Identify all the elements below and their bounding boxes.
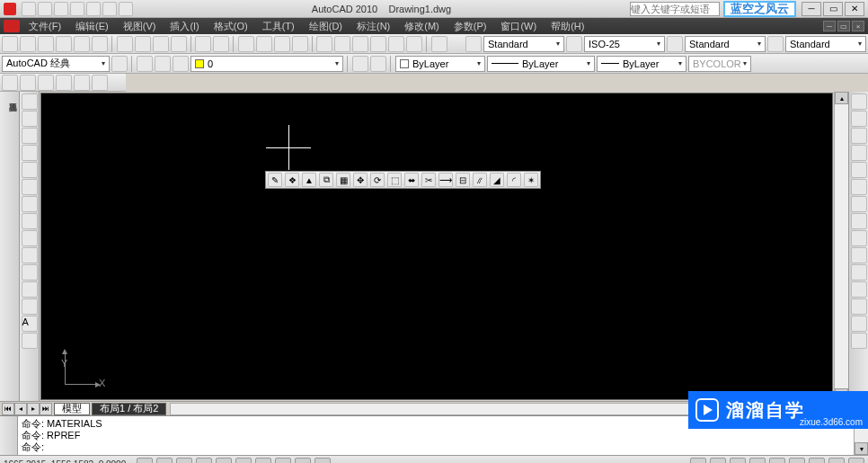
line-icon[interactable] xyxy=(22,93,38,110)
drawing-canvas[interactable]: ✎ ❖ ▲ ⧉ ▦ ✥ ⟳ ⬚ ⬌ ✂ ⟶ ⊟ ⫽ ◢ ◜ ✶ Y X xyxy=(40,93,833,400)
modify-floating-toolbar[interactable]: ✎ ❖ ▲ ⧉ ▦ ✥ ⟳ ⬚ ⬌ ✂ ⟶ ⊟ ⫽ ◢ ◜ ✶ xyxy=(265,171,541,189)
menu-insert[interactable]: 插入(I) xyxy=(164,20,204,33)
stretch-icon[interactable]: ⬌ xyxy=(404,173,419,187)
qat-open-icon[interactable] xyxy=(38,2,52,16)
rectangle-icon[interactable] xyxy=(22,162,38,178)
tab-prev-icon[interactable]: ◂ xyxy=(14,403,27,415)
menu-tools[interactable]: 工具(T) xyxy=(257,20,300,33)
r-copy-icon[interactable] xyxy=(851,111,867,127)
pan-icon[interactable] xyxy=(238,36,254,52)
tab-last-icon[interactable]: ⏭ xyxy=(40,403,52,415)
qat-redo-icon[interactable] xyxy=(86,2,101,16)
table-icon[interactable] xyxy=(22,264,38,280)
copy-obj-icon[interactable]: ❖ xyxy=(285,173,299,187)
move-icon[interactable]: ✥ xyxy=(353,173,368,187)
qat-print-icon[interactable] xyxy=(102,2,117,16)
zoom-icon[interactable] xyxy=(256,36,272,52)
r-offset-icon[interactable] xyxy=(851,145,867,161)
lock-ui-icon[interactable] xyxy=(789,458,805,464)
scale-icon[interactable]: ⬚ xyxy=(387,173,402,187)
menu-modify[interactable]: 修改(M) xyxy=(399,20,445,33)
app-icon[interactable] xyxy=(4,3,16,15)
sheet-set-icon[interactable] xyxy=(370,36,386,52)
r-explode-icon[interactable] xyxy=(851,333,867,349)
circle-icon[interactable] xyxy=(22,128,38,144)
dyn-toggle[interactable] xyxy=(275,458,291,464)
scroll-up-icon[interactable]: ▴ xyxy=(835,92,848,104)
ellipse-icon[interactable] xyxy=(22,196,38,212)
save-icon[interactable] xyxy=(38,36,54,52)
layer-prop-icon[interactable] xyxy=(137,56,153,72)
tool-palettes-icon[interactable] xyxy=(352,36,368,52)
menu-file[interactable]: 文件(F) xyxy=(23,20,66,33)
layer-freeze-icon[interactable] xyxy=(173,56,189,72)
match-icon[interactable] xyxy=(171,36,187,52)
command-prompt[interactable]: 命令: xyxy=(22,441,850,453)
block-icon[interactable] xyxy=(22,298,38,315)
mirror-icon[interactable]: ▲ xyxy=(302,173,316,187)
zoom-prev-icon[interactable] xyxy=(292,36,308,52)
r-break-icon[interactable] xyxy=(851,281,867,298)
ducs-toggle[interactable] xyxy=(255,458,271,464)
polygon-icon[interactable] xyxy=(22,179,38,195)
undo-icon[interactable] xyxy=(195,36,211,52)
extend-icon[interactable]: ⟶ xyxy=(438,173,453,187)
lwt-toggle[interactable] xyxy=(295,458,311,464)
tab-next-icon[interactable]: ▸ xyxy=(27,403,40,415)
qat-save-icon[interactable] xyxy=(54,2,68,16)
dimstyle-combo[interactable]: ISO-25▾ xyxy=(584,36,665,52)
vp-single-icon[interactable] xyxy=(2,75,18,91)
textstyle-combo[interactable]: Standard▾ xyxy=(483,36,564,52)
point-icon[interactable] xyxy=(22,281,38,298)
help-search-input[interactable] xyxy=(630,2,720,16)
model-paper-toggle[interactable] xyxy=(690,458,706,464)
r-trim-icon[interactable] xyxy=(851,247,867,263)
mtext-icon[interactable]: A xyxy=(22,316,38,332)
hardware-accel-icon[interactable] xyxy=(809,458,825,464)
r-extend-icon[interactable] xyxy=(851,264,867,280)
qat-undo-icon[interactable] xyxy=(70,2,84,16)
maximize-button[interactable]: ▭ xyxy=(823,2,843,16)
qat-new-icon[interactable] xyxy=(22,2,36,16)
ortho-toggle[interactable] xyxy=(176,458,192,464)
snap-toggle[interactable] xyxy=(137,458,153,464)
vp-four-icon[interactable] xyxy=(56,75,72,91)
polar-toggle[interactable] xyxy=(196,458,212,464)
markup-icon[interactable] xyxy=(388,36,404,52)
osnap-toggle[interactable] xyxy=(216,458,232,464)
menu-view[interactable]: 视图(V) xyxy=(118,20,162,33)
layer-prev-icon[interactable] xyxy=(370,56,386,72)
tablestyle-combo[interactable]: Standard▾ xyxy=(685,36,766,52)
menu-window[interactable]: 窗口(W) xyxy=(495,20,542,33)
layer-iso-icon[interactable] xyxy=(352,56,368,72)
cmd-scroll-down-icon[interactable]: ▾ xyxy=(855,442,868,455)
gradient-icon[interactable] xyxy=(22,333,38,349)
cut-icon[interactable] xyxy=(117,36,133,52)
print-icon[interactable] xyxy=(56,36,72,52)
doc-minimize-button[interactable]: ─ xyxy=(823,21,836,31)
help-icon[interactable] xyxy=(431,36,447,52)
r-erase-icon[interactable] xyxy=(851,93,867,110)
open-icon[interactable] xyxy=(20,36,36,52)
explode-icon[interactable]: ✶ xyxy=(524,173,538,187)
layer-states-icon[interactable] xyxy=(155,56,171,72)
redo-icon[interactable] xyxy=(213,36,229,52)
app-menu-icon[interactable] xyxy=(4,20,20,32)
menu-draw[interactable]: 绘图(D) xyxy=(304,20,348,33)
tablestyle-icon[interactable] xyxy=(667,36,683,52)
plotstyle-combo[interactable]: BYCOLOR▾ xyxy=(688,56,751,72)
r-fillet-icon[interactable] xyxy=(851,316,867,332)
doc-restore-button[interactable]: ▭ xyxy=(837,21,850,31)
menu-edit[interactable]: 编辑(E) xyxy=(70,20,114,33)
tab-model[interactable]: 模型 xyxy=(54,403,90,415)
r-array-icon[interactable] xyxy=(851,162,867,178)
workspace-combo[interactable]: AutoCAD 经典▾ xyxy=(2,56,110,72)
r-stretch-icon[interactable] xyxy=(851,230,867,246)
region-icon[interactable] xyxy=(22,247,38,263)
join-icon[interactable]: ⫽ xyxy=(473,173,487,187)
vp-named-icon[interactable] xyxy=(74,75,90,91)
chamfer-icon[interactable]: ◢ xyxy=(490,173,504,187)
color-combo[interactable]: ByLayer▾ xyxy=(395,56,485,72)
erase-icon[interactable]: ✎ xyxy=(268,173,282,187)
rotate-icon[interactable]: ⟳ xyxy=(370,173,385,187)
